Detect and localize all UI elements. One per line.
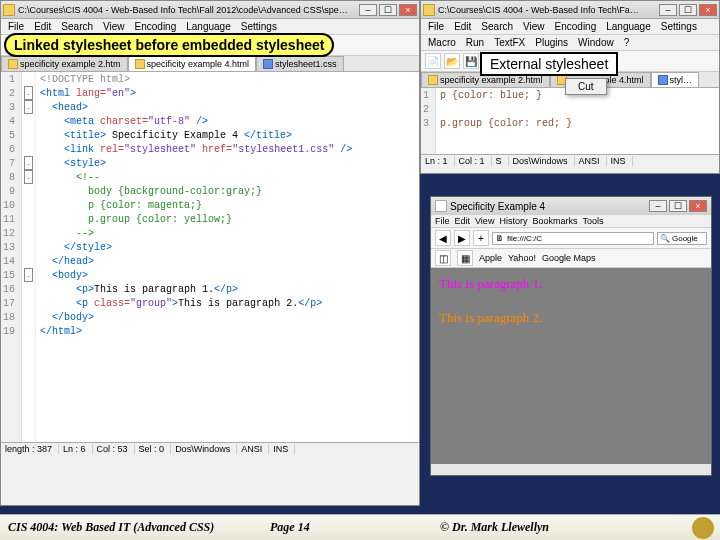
menu-plugins[interactable]: Plugins <box>532 36 571 49</box>
menu-encoding[interactable]: Encoding <box>552 20 600 33</box>
menu-search[interactable]: Search <box>478 20 516 33</box>
tab-label: stylesheet1.css <box>275 59 337 69</box>
status-s: S <box>496 156 509 166</box>
menu-history[interactable]: History <box>499 216 527 226</box>
browser-titlebar[interactable]: Specificity Example 4 – ☐ × <box>431 197 711 215</box>
tab[interactable]: specificity example 2.htm <box>1 56 128 71</box>
back-icon[interactable]: ◀ <box>435 230 451 246</box>
tab-file-icon <box>428 75 438 85</box>
menu-macro[interactable]: Macro <box>425 36 459 49</box>
file-icon: 🗎 <box>496 234 504 243</box>
status-encoding: ANSI <box>241 444 269 454</box>
menu-run[interactable]: Run <box>463 36 487 49</box>
address-bar[interactable]: 🗎file:///C:/C <box>492 232 654 245</box>
code-text[interactable]: <!DOCTYPE html><html lang="en"> <head> <… <box>36 72 419 442</box>
folder-icon <box>423 4 435 16</box>
menu-edit[interactable]: Edit <box>451 20 474 33</box>
menu-window[interactable]: Window <box>575 36 617 49</box>
bookmark-icon[interactable]: ◫ <box>435 250 451 266</box>
menu-view[interactable]: View <box>520 20 548 33</box>
bookmark-bar: ◫ ▦ Apple Yahoo! Google Maps <box>431 249 711 268</box>
paragraph-2: This is paragraph 2. <box>439 310 703 326</box>
menu-view[interactable]: View <box>100 20 128 33</box>
menu-file[interactable]: File <box>425 20 447 33</box>
open-icon[interactable]: 📂 <box>444 53 460 69</box>
annotation-external-stylesheet: External stylesheet <box>480 52 618 76</box>
paragraph-1: This is paragraph 1. <box>439 276 703 292</box>
close-button[interactable]: × <box>399 4 417 16</box>
footer-course: CIS 4004: Web Based IT (Advanced CSS) <box>0 520 270 535</box>
menu-file[interactable]: File <box>435 216 450 226</box>
window-title: C:\Courses\CIS 4004 - Web-Based Info Tec… <box>438 5 659 15</box>
code-editor[interactable]: 12345678910111213141516171819 ----- <!DO… <box>1 72 419 442</box>
fold-column[interactable]: ----- <box>22 72 36 442</box>
menu-bookmarks[interactable]: Bookmarks <box>532 216 577 226</box>
menu-settings[interactable]: Settings <box>658 20 700 33</box>
menu-edit[interactable]: Edit <box>455 216 471 226</box>
menu-settings[interactable]: Settings <box>238 20 280 33</box>
titlebar[interactable]: C:\Courses\CIS 4004 - Web-Based Info Tec… <box>1 1 419 19</box>
search-box[interactable]: 🔍Google <box>657 232 707 245</box>
apps-icon[interactable]: ▦ <box>457 250 473 266</box>
folder-icon <box>3 4 15 16</box>
bookmark-item[interactable]: Google Maps <box>542 253 596 263</box>
status-sel: Sel : 0 <box>139 444 172 454</box>
save-icon[interactable]: 💾 <box>463 53 479 69</box>
minimize-button[interactable]: – <box>649 200 667 212</box>
browser-viewport: This is paragraph 1. This is paragraph 2… <box>431 268 711 464</box>
code-editor[interactable]: 123 p {color: blue; }p.group {color: red… <box>421 88 719 154</box>
tabbar: specificity example 2.htmspecificity exa… <box>1 56 419 72</box>
add-tab-icon[interactable]: + <box>473 230 489 246</box>
menu-edit[interactable]: Edit <box>31 20 54 33</box>
bookmark-item[interactable]: Apple <box>479 253 502 263</box>
editor-window-left: C:\Courses\CIS 4004 - Web-Based Info Tec… <box>0 0 420 506</box>
status-line: Ln : 6 <box>63 444 93 454</box>
tab-file-icon <box>8 59 18 69</box>
magnifier-icon: 🔍 <box>660 234 670 243</box>
status-line: Ln : 1 <box>425 156 455 166</box>
menubar: FileEditSearchViewEncodingLanguageSettin… <box>421 19 719 35</box>
context-menu-cut[interactable]: Cut <box>565 78 607 95</box>
forward-icon[interactable]: ▶ <box>454 230 470 246</box>
tab-label: specificity example 2.htm <box>20 59 121 69</box>
menu-textfx[interactable]: TextFX <box>491 36 528 49</box>
footer-logo-icon <box>692 517 714 539</box>
tab-label: styl… <box>670 75 693 85</box>
menu-?[interactable]: ? <box>621 36 633 49</box>
tab[interactable]: styl… <box>651 72 700 87</box>
menu-view[interactable]: View <box>475 216 494 226</box>
status-length: length : 387 <box>5 444 59 454</box>
slide-footer: CIS 4004: Web Based IT (Advanced CSS) Pa… <box>0 514 720 540</box>
menu-file[interactable]: File <box>5 20 27 33</box>
address-text: file:///C:/C <box>507 234 542 243</box>
close-button[interactable]: × <box>699 4 717 16</box>
menu-language[interactable]: Language <box>603 20 654 33</box>
status-col: Col : 1 <box>459 156 492 166</box>
tab-file-icon <box>135 59 145 69</box>
bookmark-item[interactable]: Yahoo! <box>508 253 536 263</box>
menu-tools[interactable]: Tools <box>582 216 603 226</box>
tab-file-icon <box>658 75 668 85</box>
tab[interactable]: stylesheet1.css <box>256 56 344 71</box>
status-mode: INS <box>611 156 633 166</box>
code-text[interactable]: p {color: blue; }p.group {color: red; } <box>436 88 719 154</box>
menu-search[interactable]: Search <box>58 20 96 33</box>
titlebar[interactable]: C:\Courses\CIS 4004 - Web-Based Info Tec… <box>421 1 719 19</box>
new-file-icon[interactable]: 📄 <box>425 53 441 69</box>
tab[interactable]: specificity example 4.html <box>128 56 257 71</box>
close-button[interactable]: × <box>689 200 707 212</box>
browser-toolbar: ◀ ▶ + 🗎file:///C:/C 🔍Google <box>431 228 711 249</box>
annotation-linked-stylesheet: Linked stylesheet before embedded styles… <box>4 33 334 57</box>
page-icon <box>435 200 447 212</box>
minimize-button[interactable]: – <box>359 4 377 16</box>
menu-encoding[interactable]: Encoding <box>132 20 180 33</box>
browser-title-text: Specificity Example 4 <box>450 201 649 212</box>
maximize-button[interactable]: ☐ <box>379 4 397 16</box>
menu-language[interactable]: Language <box>183 20 234 33</box>
status-col: Col : 53 <box>97 444 135 454</box>
maximize-button[interactable]: ☐ <box>669 200 687 212</box>
minimize-button[interactable]: – <box>659 4 677 16</box>
line-number-gutter: 123 <box>421 88 436 154</box>
maximize-button[interactable]: ☐ <box>679 4 697 16</box>
browser-window: Specificity Example 4 – ☐ × FileEditView… <box>430 196 712 476</box>
